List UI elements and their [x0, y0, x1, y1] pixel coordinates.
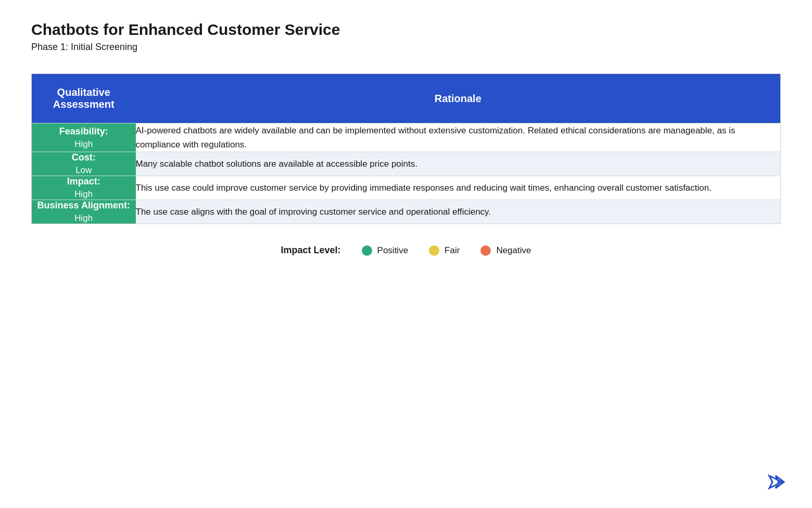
- legend-item-negative: Negative: [480, 245, 531, 256]
- assessment-value-3: High: [32, 213, 136, 224]
- fair-label: Fair: [445, 245, 460, 256]
- header-rationale: Rationale: [136, 74, 781, 123]
- assessment-label-3: Business Alignment:: [32, 200, 136, 211]
- svg-marker-1: [776, 476, 784, 488]
- assessment-label-1: Cost:: [32, 152, 136, 163]
- rationale-cell-0: AI-powered chatbots are widely available…: [136, 123, 781, 152]
- assessment-cell-3: Business Alignment:High: [32, 200, 136, 224]
- assessment-value-2: High: [32, 189, 136, 200]
- positive-label: Positive: [377, 245, 409, 256]
- assessment-table: Qualitative Assessment Rationale Feasibi…: [31, 73, 781, 224]
- table-row: Impact:HighThis use case could improve c…: [32, 176, 781, 200]
- assessment-label-0: Feasibility:: [32, 126, 136, 137]
- brand-icon: [765, 472, 786, 492]
- table-row: Feasibility:HighAI-powered chatbots are …: [32, 123, 781, 152]
- rationale-cell-2: This use case could improve customer ser…: [136, 176, 781, 200]
- rationale-cell-3: The use case aligns with the goal of imp…: [136, 200, 781, 224]
- fair-dot: [429, 245, 439, 256]
- rationale-cell-1: Many scalable chatbot solutions are avai…: [136, 152, 781, 176]
- positive-dot: [362, 245, 372, 256]
- legend-item-fair: Fair: [429, 245, 460, 256]
- assessment-cell-2: Impact:High: [32, 176, 136, 200]
- assessment-cell-0: Feasibility:High: [32, 123, 136, 152]
- assessment-label-2: Impact:: [32, 176, 136, 187]
- negative-dot: [480, 245, 491, 256]
- assessment-cell-1: Cost:Low: [32, 152, 136, 176]
- assessment-value-1: Low: [32, 165, 136, 176]
- svg-marker-0: [769, 476, 782, 488]
- table-row: Cost:LowMany scalable chatbot solutions …: [32, 152, 781, 176]
- negative-label: Negative: [496, 245, 531, 256]
- assessment-value-0: High: [32, 139, 136, 150]
- legend-section: Impact Level: Positive Fair Negative: [31, 245, 781, 256]
- page-subtitle: Phase 1: Initial Screening: [31, 42, 781, 53]
- page-title: Chatbots for Enhanced Customer Service: [31, 21, 781, 39]
- legend-item-positive: Positive: [362, 245, 409, 256]
- header-assessment: Qualitative Assessment: [32, 74, 136, 123]
- table-header-row: Qualitative Assessment Rationale: [32, 74, 781, 123]
- table-row: Business Alignment:HighThe use case alig…: [32, 200, 781, 224]
- legend-label: Impact Level:: [281, 245, 341, 256]
